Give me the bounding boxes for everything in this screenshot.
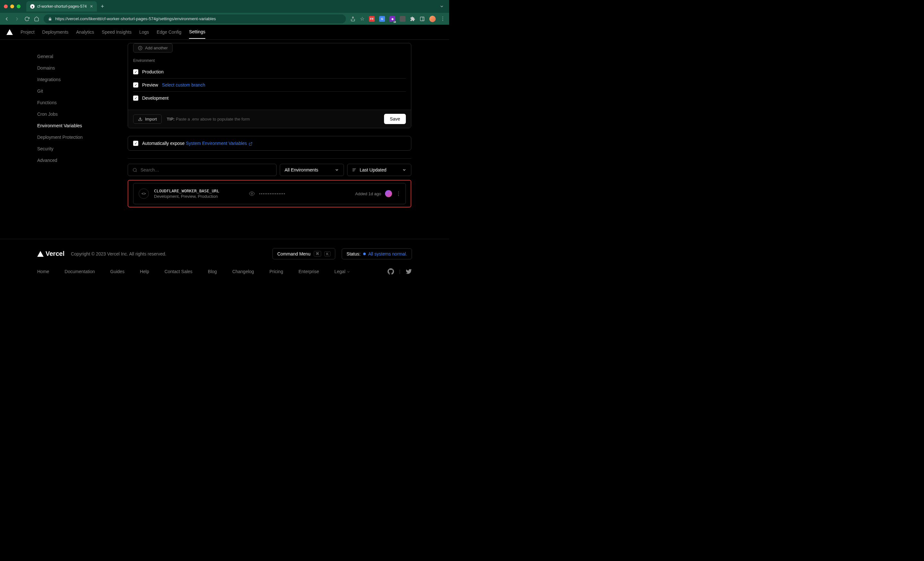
added-label: Added 1d ago — [355, 191, 381, 196]
profile-avatar[interactable] — [429, 16, 436, 22]
code-icon: <> — [139, 188, 149, 199]
sidebar-integrations[interactable]: Integrations — [37, 74, 90, 85]
chevron-down-icon — [334, 168, 339, 172]
nav-speed-insights[interactable]: Speed Insights — [102, 25, 132, 39]
sidebar-domains[interactable]: Domains — [37, 62, 90, 74]
sidebar-cron-jobs[interactable]: Cron Jobs — [37, 108, 90, 120]
side-panel-icon[interactable] — [420, 16, 425, 21]
reveal-icon[interactable] — [249, 191, 255, 196]
browser-tab[interactable]: ▲ cf-worker-shorturl-pages-574 ✕ — [26, 1, 97, 12]
sidebar-advanced[interactable]: Advanced — [37, 154, 90, 166]
external-link-icon — [249, 142, 252, 145]
production-checkbox[interactable]: ✓ — [133, 69, 138, 74]
footer: Vercel Copyright © 2023 Vercel Inc. All … — [0, 239, 449, 280]
search-box[interactable] — [128, 164, 276, 176]
development-checkbox[interactable]: ✓ — [133, 96, 138, 101]
reload-button[interactable] — [24, 16, 30, 21]
twitter-icon[interactable] — [405, 268, 412, 275]
vercel-footer-logo[interactable]: Vercel — [37, 250, 64, 257]
command-menu-button[interactable]: Command Menu ⌘ K — [272, 248, 335, 259]
filter-row: All Environments Last Updated — [128, 164, 411, 176]
import-button[interactable]: Import — [133, 114, 162, 124]
expose-checkbox[interactable]: ✓ — [133, 141, 138, 146]
window-maximize[interactable] — [16, 4, 21, 8]
system-env-link[interactable]: System Environment Variables — [186, 141, 252, 146]
footer-contact[interactable]: Contact Sales — [165, 269, 192, 274]
footer-help[interactable]: Help — [140, 269, 149, 274]
nav-settings[interactable]: Settings — [189, 25, 206, 39]
forward-button[interactable] — [14, 16, 20, 22]
home-button[interactable] — [34, 16, 39, 21]
sidebar-git[interactable]: Git — [37, 85, 90, 97]
preview-checkbox[interactable]: ✓ — [133, 82, 138, 88]
footer-home[interactable]: Home — [37, 269, 49, 274]
tip-label: TIP: — [167, 117, 175, 121]
search-input[interactable] — [141, 168, 272, 172]
bookmark-icon[interactable]: ☆ — [360, 16, 364, 22]
url-text: https://vercel.com/likenttt/cf-worker-sh… — [55, 16, 216, 21]
sidebar-env-vars[interactable]: Environment Variables — [37, 120, 90, 132]
footer-top: Vercel Copyright © 2023 Vercel Inc. All … — [37, 248, 412, 259]
variable-envs: Development, Preview, Production — [154, 194, 244, 199]
nav-logs[interactable]: Logs — [139, 25, 149, 39]
extension-purple-icon[interactable]: ◆18 — [390, 16, 395, 22]
footer-pricing[interactable]: Pricing — [270, 269, 283, 274]
nav-deployments[interactable]: Deployments — [42, 25, 69, 39]
share-icon[interactable] — [350, 16, 356, 21]
url-field[interactable]: https://vercel.com/likenttt/cf-worker-sh… — [44, 14, 346, 23]
sort-dropdown[interactable]: Last Updated — [347, 164, 411, 176]
sidebar-general[interactable]: General — [37, 51, 90, 62]
variable-highlight: <> CLOUDFLARE_WORKER_BASE_URL Developmen… — [128, 180, 411, 207]
vercel-triangle-icon — [37, 251, 44, 257]
extension-fe-icon[interactable]: FE — [369, 16, 375, 22]
github-icon[interactable] — [388, 268, 394, 275]
footer-guides[interactable]: Guides — [110, 269, 124, 274]
sidebar-deployment-protection[interactable]: Deployment Protection — [37, 132, 90, 143]
env-filter-dropdown[interactable]: All Environments — [280, 164, 344, 176]
extensions-icon[interactable] — [410, 16, 415, 21]
browser-chrome: ▲ cf-worker-shorturl-pages-574 ✕ + https… — [0, 0, 449, 25]
sidebar-security[interactable]: Security — [37, 143, 90, 154]
status-text: All systems normal. — [368, 251, 407, 256]
copyright: Copyright © 2023 Vercel Inc. All rights … — [71, 251, 166, 256]
panel-body: Add another Environment ✓ Production ✓ P… — [128, 43, 411, 110]
status-box[interactable]: Status: All systems normal. — [342, 248, 412, 259]
footer-blog[interactable]: Blog — [208, 269, 217, 274]
expose-text: Automatically expose System Environment … — [142, 141, 252, 146]
preview-label: Preview — [142, 82, 158, 88]
footer-legal[interactable]: Legal — [334, 269, 350, 274]
nav-project[interactable]: Project — [21, 25, 34, 39]
nav-edge-config[interactable]: Edge Config — [157, 25, 181, 39]
tip-text: TIP: Paste a .env above to populate the … — [167, 117, 250, 121]
extension-translate-icon[interactable]: G — [379, 16, 385, 22]
window-close[interactable] — [4, 4, 8, 8]
back-button[interactable] — [4, 16, 10, 22]
variable-name: CLOUDFLARE_WORKER_BASE_URL — [154, 188, 244, 193]
vercel-logo-icon[interactable] — [6, 29, 13, 35]
nav-analytics[interactable]: Analytics — [76, 25, 94, 39]
svg-point-8 — [133, 168, 136, 171]
new-tab-button[interactable]: + — [101, 3, 104, 10]
kbd-cmd: ⌘ — [314, 251, 321, 256]
extension-gray-icon[interactable] — [400, 16, 405, 22]
browser-menu-icon[interactable]: ⋮ — [440, 16, 446, 22]
status-label: Status: — [346, 251, 361, 256]
tabs-menu-icon[interactable] — [440, 4, 446, 9]
footer-enterprise[interactable]: Enterprise — [298, 269, 319, 274]
sidebar: General Domains Integrations Git Functio… — [0, 43, 90, 239]
development-label: Development — [142, 96, 169, 101]
add-another-button[interactable]: Add another — [133, 43, 172, 52]
svg-line-9 — [136, 171, 136, 172]
footer-changelog[interactable]: Changelog — [232, 269, 254, 274]
window-minimize[interactable] — [10, 4, 14, 8]
footer-docs[interactable]: Documentation — [64, 269, 94, 274]
masked-value: ••••••••••••••• — [259, 192, 286, 196]
add-another-label: Add another — [145, 45, 168, 50]
tab-close-icon[interactable]: ✕ — [90, 4, 93, 9]
save-button[interactable]: Save — [384, 114, 406, 124]
more-menu-icon[interactable]: ⋮ — [396, 191, 400, 197]
svg-rect-1 — [420, 17, 424, 21]
select-branch-link[interactable]: Select custom branch — [162, 82, 206, 88]
chevron-down-icon — [346, 270, 350, 274]
sidebar-functions[interactable]: Functions — [37, 97, 90, 108]
